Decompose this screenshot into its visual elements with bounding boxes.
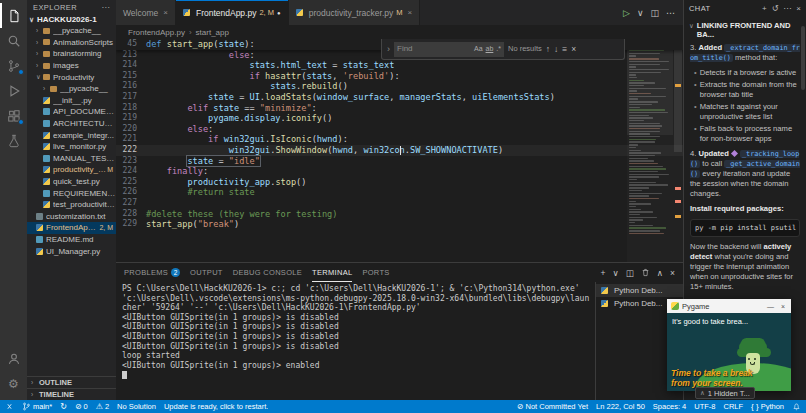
tree-item-ui-manager-py[interactable]: UI_Manager.py: [27, 245, 116, 257]
minimize-icon[interactable]: —: [765, 303, 776, 310]
regex-icon[interactable]: .*: [496, 44, 501, 55]
status-warnings[interactable]: ⚠2: [96, 402, 109, 411]
breadcrumb-item[interactable]: FrontendApp.py: [128, 28, 185, 37]
activity-settings[interactable]: ⚙: [0, 371, 27, 396]
split-icon[interactable]: ◫: [650, 8, 659, 18]
close-icon[interactable]: ×: [796, 4, 801, 13]
plus-icon[interactable]: +: [601, 268, 606, 278]
status-no-solution[interactable]: No Solution: [117, 402, 156, 411]
status-remote[interactable]: [5, 402, 14, 411]
tree-item-readme-md[interactable]: README.md: [27, 234, 116, 246]
breadcrumb-item[interactable]: start_app: [196, 28, 229, 37]
match-case-icon[interactable]: Aa: [474, 44, 483, 55]
tree-item-requirements-md[interactable]: REQUIREMENTS.md: [27, 187, 116, 199]
chat-session-title-row[interactable]: ∨ LINKING FRONTEND AND BA...: [684, 17, 806, 41]
tree-item-example-integr-[interactable]: example_integr...: [27, 129, 116, 141]
pygame-titlebar[interactable]: Pygame — ×: [667, 299, 791, 313]
status-notifications[interactable]: [792, 402, 801, 411]
hidden-terminals-badge[interactable]: ∧ 1 Hidden T...: [695, 387, 755, 399]
panel-tab-debug-console[interactable]: DEBUG CONSOLE: [233, 263, 302, 282]
code-line: 222 win32gui.ShowWindow(hwnd, win32con.S…: [116, 145, 683, 156]
status-language[interactable]: { }Python: [751, 402, 784, 411]
tree-item-brainstorming[interactable]: ›brainstorming: [27, 48, 116, 60]
panel-tab-problems[interactable]: PROBLEMS2: [124, 263, 180, 282]
tree-item-productivity-tra-[interactable]: productivity_tra...M: [27, 164, 116, 176]
tree-item-live-monitor-py[interactable]: live_monitor.py: [27, 141, 116, 153]
activity-testing[interactable]: [0, 128, 27, 153]
close-icon[interactable]: ×: [779, 303, 787, 310]
explorer-root-folder[interactable]: ∨ HACKKU2026-1: [27, 14, 116, 25]
tree-item--pycache-[interactable]: ›__pycache__: [27, 25, 116, 37]
status-indentation[interactable]: Spaces: 4: [653, 402, 686, 411]
panel-tab-output[interactable]: OUTPUT: [190, 263, 223, 282]
find-prev-icon[interactable]: ↑: [546, 44, 550, 55]
find-in-selection-icon[interactable]: ≡: [562, 44, 567, 55]
scrollbar-thumb[interactable]: [674, 42, 682, 152]
whole-word-icon[interactable]: ab: [486, 44, 494, 55]
activity-extensions[interactable]: [0, 103, 27, 128]
status-cursor-position[interactable]: Ln 222, Col 50: [596, 402, 645, 411]
breadcrumb[interactable]: FrontendApp.py›start_app: [116, 25, 683, 39]
minimap[interactable]: [627, 39, 673, 262]
line-number: 222: [116, 145, 146, 156]
find-next-icon[interactable]: ↓: [554, 44, 558, 55]
chevron-down-icon: ∨: [36, 73, 43, 81]
split-icon[interactable]: ◫: [626, 268, 634, 278]
tree-item-architecture-md[interactable]: ARCHITECTURE.md: [27, 118, 116, 130]
status-branch[interactable]: main*: [22, 402, 52, 411]
more-icon[interactable]: ⋯: [666, 8, 675, 18]
status-encoding[interactable]: UTF-8: [694, 402, 715, 411]
tree-item-productivity[interactable]: ∨Productivity: [27, 71, 116, 83]
run-icon[interactable]: ▷: [623, 8, 630, 18]
status-eol[interactable]: CRLF: [723, 402, 743, 411]
editor-scrollbar[interactable]: [673, 39, 683, 262]
blocked-icon: ⊘: [517, 403, 524, 411]
tab-frontendapp-py[interactable]: FrontendApp.py2, M●: [176, 0, 289, 25]
tab-close-icon[interactable]: ×: [163, 8, 168, 17]
tree-item--init-py[interactable]: __init__.py: [27, 95, 116, 107]
pygame-window[interactable]: Pygame — × It's good to take brea... Tim…: [667, 299, 791, 391]
tree-item--pycache-[interactable]: ›__pycache__: [27, 83, 116, 95]
activity-explorer[interactable]: [0, 3, 27, 28]
code-editor[interactable]: 45def start_app(state): 213 else:214 sta…: [116, 39, 683, 262]
status-git-status[interactable]: ⊘Not Committed Yet: [517, 402, 588, 411]
chevron-down-icon[interactable]: ∨: [613, 268, 619, 278]
tab-close-icon[interactable]: ×: [407, 8, 412, 17]
chevron-down-icon[interactable]: ∨: [637, 8, 644, 18]
more-actions-icon[interactable]: ⋯: [102, 3, 110, 12]
chevron-up-icon[interactable]: ∧: [657, 268, 663, 278]
tree-item-animationscripts[interactable]: ›AnimationScripts: [27, 37, 116, 49]
find-input[interactable]: Find Aa ab .*: [394, 42, 504, 57]
history-icon[interactable]: ↺: [772, 4, 779, 13]
activity-account[interactable]: [0, 346, 27, 371]
status-sync[interactable]: ↻: [60, 403, 67, 411]
toggle-replace-icon[interactable]: ›: [387, 44, 390, 55]
more-icon[interactable]: ⋯: [783, 4, 791, 13]
tree-item-customization-txt[interactable]: customization.txt: [27, 211, 116, 223]
section-outline[interactable]: ›OUTLINE: [27, 376, 116, 388]
tab-welcome[interactable]: Welcome×: [116, 0, 176, 25]
chat-scrollbar[interactable]: [801, 26, 805, 90]
find-close-icon[interactable]: ×: [571, 44, 576, 55]
panel-tab-ports[interactable]: PORTS: [362, 263, 389, 282]
section-timeline[interactable]: ›TIMELINE: [27, 388, 116, 400]
close-icon[interactable]: ×: [670, 268, 675, 278]
tree-item-api-documentatio-[interactable]: API_DOCUMENTATIO...: [27, 106, 116, 118]
trash-icon[interactable]: [641, 268, 650, 277]
activity-run-debug[interactable]: [0, 78, 27, 103]
tree-item-images[interactable]: ›images: [27, 60, 116, 72]
status-errors[interactable]: ⊘0: [75, 402, 88, 411]
terminal-instance[interactable]: Python Deb...: [596, 284, 683, 297]
activity-source-control[interactable]: [0, 53, 27, 78]
terminal-output[interactable]: PS C:\Users\Dell\HackKU2026-1> c:; cd 'c…: [116, 282, 595, 400]
tree-item-manual-testing-g-[interactable]: MANUAL_TESTING_G...: [27, 153, 116, 165]
tab-productivity-tracker-py[interactable]: productivity_tracker.pyM×: [289, 0, 421, 25]
tree-item-quick-test-py[interactable]: quick_test.py: [27, 176, 116, 188]
chat-code-block[interactable]: py -m pip install psutil p: [690, 219, 800, 237]
plus-icon[interactable]: +: [762, 4, 767, 13]
panel-tab-terminal[interactable]: TERMINAL: [312, 263, 352, 282]
status-update[interactable]: Update is ready, click to restart.: [164, 402, 268, 411]
tree-item-test-productivity-trac-[interactable]: test_productivity_trac...: [27, 199, 116, 211]
activity-search[interactable]: [0, 28, 27, 53]
tree-item-frontendapp-py[interactable]: FrontendApp.py2, M: [27, 222, 116, 234]
